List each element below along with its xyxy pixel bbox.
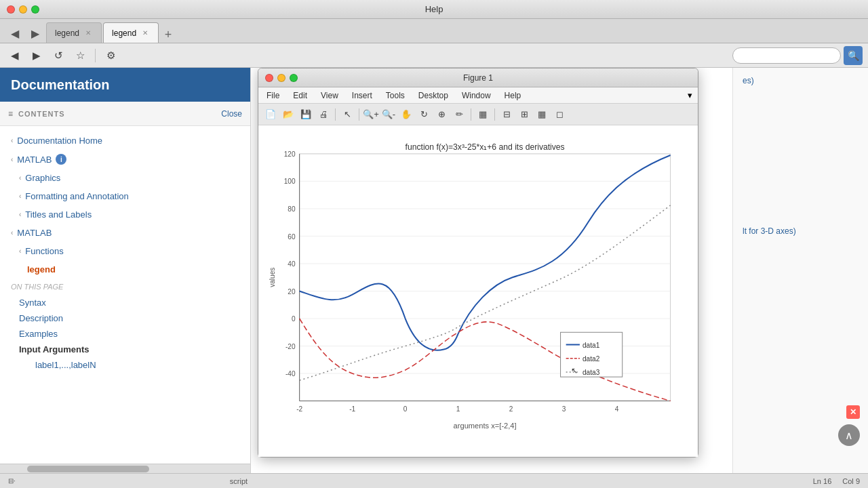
content-area: es) lt for 3-D axes) ∧ ✕ F [251,68,868,473]
sidebar-item-functions[interactable]: ‹ Functions [0,242,250,260]
sidebar-title: Documentation [11,77,110,93]
right-panel-item-2[interactable]: lt for 3-D axes) [738,224,863,239]
figure-maximize-button[interactable] [290,74,298,82]
right-panel-item-1[interactable]: es) [738,73,863,88]
y-label-80: 80 [288,205,296,213]
right-panel: es) lt for 3-D axes) ∧ ✕ [732,68,868,473]
x-label-n1: -1 [349,405,355,413]
figure-minimize-button[interactable] [277,74,285,82]
tab-close-1[interactable]: ✕ [83,28,93,38]
on-this-page-label: ON THIS PAGE [0,279,250,295]
sidebar-item-matlab-1[interactable]: ‹ MATLAB i [0,150,250,169]
sidebar-sub-input-args[interactable]: Input Arguments [0,342,250,357]
sidebar-item-graphics[interactable]: ‹ Graphics [0,169,250,187]
fig-menu-tools[interactable]: Tools [383,91,408,100]
tab-legend-1[interactable]: legend ✕ [46,22,102,43]
sidebar-item-matlab-2[interactable]: ‹ MATLAB [0,224,250,242]
x-label-2: 2 [509,405,513,413]
fig-menu-insert[interactable]: Insert [349,91,375,100]
fig-tool-save[interactable]: 💾 [298,106,314,123]
forward-tab-button[interactable]: ▶ [26,24,45,43]
fig-tool-arrow[interactable]: ↖ [339,106,355,123]
back-tab-button[interactable]: ◀ [5,24,24,43]
fig-menu-edit[interactable]: Edit [290,91,310,100]
close-button[interactable] [7,5,15,14]
fig-tool-pan[interactable]: ✋ [398,106,414,123]
bottom-scrollbar[interactable] [0,464,250,473]
figure-menu-bar: File Edit View Insert Tools Desktop Wind… [258,87,698,104]
fig-tool-tile3[interactable]: ▦ [534,106,550,123]
sidebar-item-label: Titles and Labels [25,209,92,220]
maximize-button[interactable] [31,5,39,14]
panel-close-button[interactable]: ✕ [846,405,860,419]
refresh-button[interactable]: ↺ [49,46,68,65]
sidebar-item-legend[interactable]: legend [0,260,250,279]
sidebar-close-button[interactable]: Close [221,109,242,119]
fig-tool-datacursor[interactable]: ⊕ [433,106,450,123]
y-label-60: 60 [288,233,296,241]
forward-button[interactable]: ▶ [27,46,46,65]
sidebar-item-label: Graphics [25,173,60,183]
settings-button[interactable]: ⚙ [101,46,120,65]
sidebar-sub-label1[interactable]: label1,...,labelN [0,357,250,373]
help-window: Help ◀ ▶ legend ✕ legend ✕ + ◀ ▶ ↺ ☆ ⚙ 🔍 [0,0,868,488]
sidebar-sub-syntax[interactable]: Syntax [0,295,250,310]
fig-menu-view[interactable]: View [318,91,341,100]
sidebar-nav: ‹ Documentation Home ‹ MATLAB i ‹ Graphi… [0,126,250,464]
fig-tool-rotate[interactable]: ↻ [416,106,432,123]
fig-tool-brush[interactable]: ✏ [451,106,467,123]
figure-expand-icon[interactable]: ▾ [688,90,692,100]
tab-legend-2[interactable]: legend ✕ [103,22,159,43]
x-label-3: 3 [562,405,566,413]
figure-window-controls [265,74,298,82]
fig-tool-print[interactable]: 🖨 [315,106,332,123]
figure-title: Figure 1 [463,73,493,83]
back-button[interactable]: ◀ [5,46,24,65]
info-icon[interactable]: i [56,154,66,165]
y-label-20: 20 [288,288,296,296]
fig-menu-help[interactable]: Help [502,91,524,100]
sidebar-sub-description[interactable]: Description [0,310,250,326]
scroll-to-top-button[interactable]: ∧ [838,424,860,446]
chevron-icon: ‹ [11,229,13,237]
fig-toolbar-sep-1 [335,108,336,121]
figure-close-button[interactable] [265,74,273,82]
hamburger-button[interactable]: ≡ [8,109,13,119]
fig-tool-zoom-in[interactable]: 🔍+ [363,106,379,123]
search-button[interactable]: 🔍 [844,46,863,65]
legend-data3-label: data3 [583,369,600,376]
chart-area: function f(x)=3x³-25*x₁+6 and its deriva… [258,125,698,457]
minimize-button[interactable] [19,5,27,14]
sidebar-item-label: MATLAB [17,228,52,238]
y-label-0: 0 [292,315,296,323]
search-input[interactable] [732,47,841,64]
x-label-1: 1 [456,405,460,413]
y-label-40: 40 [288,260,296,268]
fig-menu-window[interactable]: Window [459,91,494,100]
main-content: Documentation ≡ CONTENTS Close ‹ Documen… [0,68,868,473]
fig-tool-tile1[interactable]: ⊟ [498,106,515,123]
tab-label-1: legend [55,28,79,38]
tab-bar: ◀ ▶ legend ✕ legend ✕ + [0,19,868,43]
sidebar-item-formatting[interactable]: ‹ Formatting and Annotation [0,187,250,205]
chevron-icon: ‹ [19,211,21,218]
tab-close-2[interactable]: ✕ [140,28,150,38]
figure-title-bar: Figure 1 [258,68,698,87]
sidebar-item-label: MATLAB [17,155,52,165]
chevron-icon: ‹ [19,247,21,255]
fig-tool-colorbar[interactable]: ▦ [475,106,491,123]
sidebar-item-titles[interactable]: ‹ Titles and Labels [0,205,250,224]
bookmark-button[interactable]: ☆ [71,46,90,65]
x-label-0: 0 [403,405,408,413]
fig-tool-open[interactable]: 📂 [280,106,296,123]
fig-tool-zoom-out[interactable]: 🔍- [380,106,397,123]
fig-menu-file[interactable]: File [264,91,282,100]
new-tab-button[interactable]: + [160,26,176,43]
fig-tool-tile2[interactable]: ⊞ [516,106,532,123]
fig-tool-tile4[interactable]: ◻ [551,106,568,123]
fig-menu-desktop[interactable]: Desktop [416,91,451,100]
sidebar-item-doc-home[interactable]: ‹ Documentation Home [0,131,250,150]
fig-tool-new[interactable]: 📄 [262,106,279,123]
sidebar-sub-examples[interactable]: Examples [0,326,250,342]
title-bar: Help [0,0,868,19]
